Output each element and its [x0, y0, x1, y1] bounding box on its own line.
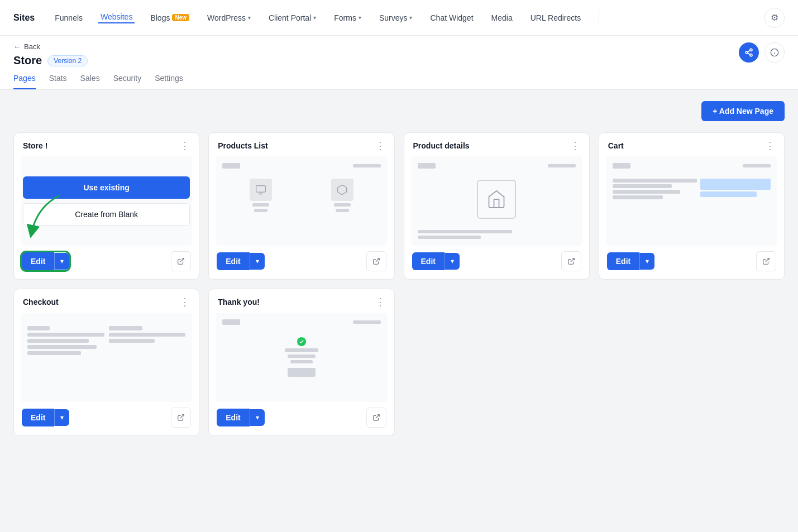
nav-forms[interactable]: Forms ▾ — [332, 13, 364, 22]
card-checkout: Checkout ⋮ — [13, 289, 199, 436]
edit-button-checkout[interactable]: Edit — [22, 409, 54, 426]
tab-security[interactable]: Security — [113, 74, 142, 89]
card-preview-store: Use existing Create from Blank — [21, 156, 192, 246]
card-products-list: Products List ⋮ — [208, 132, 394, 280]
settings-gear-button[interactable]: ⚙ — [764, 8, 785, 28]
external-link-button-checkout[interactable] — [171, 408, 191, 428]
card-footer-cart: Edit ▾ — [599, 246, 784, 279]
card-title-products-list: Products List — [218, 141, 267, 150]
card-header-cart: Cart ⋮ — [599, 133, 784, 156]
add-btn-row: + Add New Page — [13, 101, 785, 121]
new-badge: New — [172, 14, 189, 21]
edit-button-thank-you[interactable]: Edit — [217, 409, 249, 426]
card-title-store: Store ! — [23, 141, 47, 150]
page-title: Store — [13, 54, 42, 67]
card-preview-checkout — [21, 313, 192, 402]
preview-mock-cart — [606, 156, 777, 246]
store-card-inner: Use existing Create from Blank — [21, 176, 192, 226]
nav-websites[interactable]: Websites — [98, 12, 135, 23]
external-link-button-product-details[interactable] — [561, 251, 581, 271]
cards-grid-top: Store ! ⋮ Use existing Create from Blank — [13, 132, 785, 280]
svg-line-13 — [375, 258, 379, 262]
back-arrow-icon: ← — [13, 42, 21, 51]
svg-rect-10 — [256, 186, 266, 193]
edit-dropdown-store[interactable]: ▾ — [54, 253, 69, 270]
nav-surveys[interactable]: Surveys ▾ — [377, 13, 415, 22]
edit-dropdown-product-details[interactable]: ▾ — [445, 253, 460, 270]
chevron-down-icon: ▾ — [409, 15, 412, 21]
use-existing-button[interactable]: Use existing — [23, 176, 190, 199]
preview-mock-checkout — [21, 313, 192, 402]
card-title-product-details: Product details — [413, 141, 470, 150]
svg-line-16 — [180, 415, 184, 418]
nav-wordpress[interactable]: WordPress ▾ — [205, 13, 253, 22]
card-header-product-details: Product details ⋮ — [404, 133, 589, 156]
three-dots-menu-product-details[interactable]: ⋮ — [570, 141, 580, 151]
back-link[interactable]: ← Back — [13, 42, 88, 51]
preview-mock-thank-you — [216, 313, 387, 402]
nav-url-redirects[interactable]: URL Redirects — [528, 13, 584, 22]
external-link-button-products[interactable] — [366, 251, 386, 271]
nav-funnels[interactable]: Funnels — [52, 13, 85, 22]
chevron-down-icon: ▾ — [248, 15, 251, 21]
three-dots-menu-products[interactable]: ⋮ — [375, 141, 385, 151]
three-dots-menu-store[interactable]: ⋮ — [180, 141, 190, 151]
edit-button-cart[interactable]: Edit — [607, 252, 639, 270]
edit-btn-group-cart: Edit ▾ — [607, 252, 654, 270]
card-preview-thank-you — [216, 313, 387, 402]
nav-client-portal[interactable]: Client Portal ▾ — [266, 13, 318, 22]
main-content: + Add New Page Store ! ⋮ Use existing Cr… — [0, 90, 798, 447]
svg-line-14 — [571, 258, 574, 262]
svg-line-15 — [766, 258, 769, 262]
card-preview-cart — [606, 156, 777, 246]
edit-dropdown-cart[interactable]: ▾ — [639, 253, 654, 270]
tab-stats[interactable]: Stats — [49, 74, 67, 89]
svg-line-4 — [748, 50, 751, 52]
svg-point-0 — [750, 49, 752, 51]
edit-dropdown-checkout[interactable]: ▾ — [54, 409, 69, 426]
tab-settings[interactable]: Settings — [155, 74, 183, 89]
external-link-button-cart[interactable] — [756, 251, 776, 271]
card-title-thank-you: Thank you! — [218, 298, 260, 306]
edit-btn-group-checkout: Edit ▾ — [22, 409, 69, 426]
card-footer-products: Edit ▾ — [209, 246, 394, 279]
edit-btn-group-store: Edit ▾ — [22, 252, 69, 270]
info-button[interactable] — [764, 42, 785, 63]
nav-blogs[interactable]: Blogs New — [148, 13, 192, 22]
edit-btn-group-products: Edit ▾ — [217, 252, 264, 270]
create-from-blank-button[interactable]: Create from Blank — [23, 203, 190, 226]
card-store: Store ! ⋮ Use existing Create from Blank — [13, 132, 199, 280]
edit-button-products[interactable]: Edit — [217, 252, 249, 270]
add-new-page-button[interactable]: + Add New Page — [701, 101, 785, 121]
three-dots-menu-thank-you[interactable]: ⋮ — [375, 297, 385, 307]
edit-button-product-details[interactable]: Edit — [412, 252, 445, 270]
nav-chat-widget[interactable]: Chat Widget — [428, 13, 475, 22]
share-button[interactable] — [739, 42, 759, 63]
card-product-details: Product details ⋮ — [404, 132, 590, 280]
card-footer-checkout: Edit ▾ — [14, 402, 199, 435]
top-navigation: Sites Funnels Websites Blogs New WordPre… — [0, 0, 798, 36]
sub-tabs: Pages Stats Sales Security Settings — [13, 74, 785, 89]
edit-btn-group-thank-you: Edit ▾ — [217, 409, 264, 426]
nav-media[interactable]: Media — [489, 13, 515, 22]
card-header-store: Store ! ⋮ — [14, 133, 199, 156]
version-badge: Version 2 — [47, 55, 88, 66]
chevron-down-icon: ▾ — [359, 15, 361, 21]
svg-line-9 — [180, 258, 184, 262]
card-preview-product-details — [411, 156, 582, 246]
edit-dropdown-thank-you[interactable]: ▾ — [250, 409, 265, 426]
edit-dropdown-products[interactable]: ▾ — [250, 253, 265, 270]
svg-point-2 — [750, 54, 752, 56]
external-link-button-thank-you[interactable] — [366, 408, 386, 428]
tab-pages[interactable]: Pages — [13, 74, 36, 89]
card-header-thank-you: Thank you! ⋮ — [209, 289, 394, 313]
page-actions — [739, 42, 785, 63]
three-dots-menu-cart[interactable]: ⋮ — [765, 141, 775, 151]
card-title-checkout: Checkout — [23, 298, 59, 306]
tab-sales[interactable]: Sales — [80, 74, 100, 89]
svg-line-3 — [748, 53, 751, 55]
three-dots-menu-checkout[interactable]: ⋮ — [180, 297, 190, 307]
external-link-button-store[interactable] — [171, 251, 191, 271]
card-footer-store: Edit ▾ — [14, 246, 199, 279]
edit-button-store[interactable]: Edit — [22, 252, 54, 270]
